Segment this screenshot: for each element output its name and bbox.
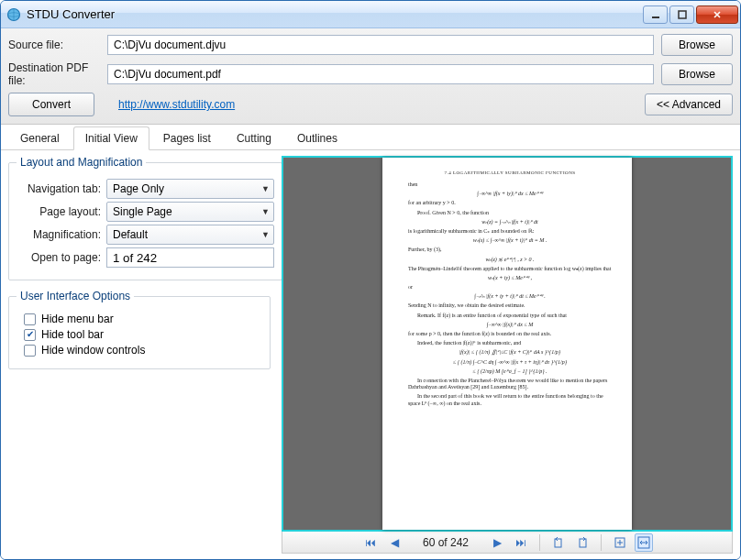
tab-initial-view[interactable]: Initial View: [73, 126, 149, 150]
hide-menu-checkbox[interactable]: [24, 313, 36, 325]
page-text: In the second part of this book we will …: [408, 393, 612, 406]
page-layout-value: Single Page: [113, 205, 172, 218]
last-page-button[interactable]: ⏭: [512, 533, 530, 552]
page-layout-label: Page layout:: [17, 205, 101, 218]
tab-cutting[interactable]: Cutting: [225, 126, 283, 150]
maximize-button[interactable]: [669, 5, 694, 24]
window-title: STDU Converter: [27, 7, 641, 21]
page-text: Indeed, the function |f(z)|ᵖ is subharmo…: [408, 340, 612, 346]
viewer-toolbar: ⏮ ◀ 60 of 242 ▶ ⏭: [282, 532, 733, 554]
svg-rect-4: [555, 539, 561, 547]
page-text: for some p > 0, then the function f(z) i…: [408, 331, 612, 337]
chevron-down-icon: ▼: [261, 184, 270, 193]
chevron-down-icon: ▼: [261, 207, 270, 216]
page-text: The Phragmén–Lindelöf theorem applied to…: [408, 266, 612, 272]
tab-bar: General Initial View Pages list Cutting …: [1, 125, 740, 150]
hide-menu-label: Hide menu bar: [41, 313, 114, 325]
page-layout-select[interactable]: Single Page ▼: [106, 202, 274, 222]
layout-group-legend: Layout and Magnification: [17, 156, 146, 169]
tab-pages-list[interactable]: Pages list: [151, 126, 223, 150]
app-icon: [6, 7, 21, 22]
hide-tool-checkbox[interactable]: [24, 329, 36, 341]
hide-window-checkbox[interactable]: [24, 345, 36, 357]
destination-file-label: Destination PDF file:: [8, 61, 107, 87]
first-page-button[interactable]: ⏮: [361, 533, 380, 552]
page-indicator: 60 of 242: [409, 536, 482, 549]
prev-page-button[interactable]: ◀: [385, 533, 404, 552]
page-text: or: [408, 284, 612, 291]
magnification-select[interactable]: Default ▼: [106, 225, 274, 245]
page-text: Further, by (3),: [408, 247, 612, 253]
page-equation: wₙ(z) ≲ eᵖᵃ|ᶻ| , z > 0 .: [408, 257, 612, 263]
magnification-label: Magnification:: [17, 228, 101, 241]
page-equation: ∫₋ₙ^ₙ |f(x + iy + t)|ᵖ dt ≤ Meᵖᵃʸ .: [408, 293, 612, 300]
settings-panel: Layout and Magnification Navigation tab:…: [1, 150, 278, 559]
toolbar-separator: [539, 534, 540, 551]
page-equation: ≤ { (1/π) ∫₋C^C dη ∫₋∞^∞ |f(x + τ + iη)|…: [408, 359, 612, 366]
page-equation: wₙ(z) = ∫₋ₙ^ₙ |f(x + t)|ᵖ dt: [408, 219, 612, 225]
convert-button[interactable]: Convert: [8, 93, 94, 116]
tab-general[interactable]: General: [8, 126, 72, 150]
source-file-label: Source file:: [8, 38, 107, 51]
navigation-tab-value: Page Only: [113, 182, 164, 195]
magnification-value: Default: [113, 228, 148, 241]
page-text: is logarithmically subharmonic in C₊ and…: [408, 228, 612, 235]
document-page: 7.4 LOGARITHMICALLY SUBHARMONIC FUNCTION…: [382, 158, 632, 530]
destination-file-input[interactable]: [107, 64, 654, 84]
page-header: 7.4 LOGARITHMICALLY SUBHARMONIC FUNCTION…: [408, 170, 612, 176]
page-equation: ≤ { (2/πp) M [eᵖσ_f − 1] }^{1/p} .: [408, 368, 612, 375]
page-text: Sending N to infinity, we obtain the des…: [408, 302, 612, 309]
page-text: Remark. If f(z) is an entire function of…: [408, 313, 612, 319]
hide-window-label: Hide window controls: [41, 344, 145, 357]
page-equation: wₙ(x + iy) ≤ Meᵖᵃʸ ,: [408, 275, 612, 281]
fit-page-button[interactable]: [611, 533, 629, 552]
hide-tool-label: Hide tool bar: [41, 328, 104, 341]
advanced-toggle-button[interactable]: << Advanced: [645, 93, 733, 115]
document-viewer[interactable]: 7.4 LOGARITHMICALLY SUBHARMONIC FUNCTION…: [282, 156, 733, 532]
ui-group-legend: User Interface Options: [17, 290, 134, 302]
page-equation: ∫₋∞^∞ |f(x + iy)|ᵖ dx ≤ Meᵖᵃʸ: [408, 191, 612, 197]
open-to-page-label: Open to page:: [17, 251, 101, 264]
browse-source-button[interactable]: Browse: [661, 34, 733, 56]
svg-rect-2: [652, 16, 659, 18]
minimize-button[interactable]: [643, 5, 668, 24]
next-page-button[interactable]: ▶: [488, 533, 506, 552]
titlebar[interactable]: STDU Converter: [1, 1, 740, 28]
page-equation: ∫₋∞^∞ |f(x)|ᵖ dx ≤ M: [408, 322, 612, 328]
navigation-tab-label: Navigation tab:: [17, 182, 101, 195]
preview-panel: 7.4 LOGARITHMICALLY SUBHARMONIC FUNCTION…: [278, 150, 740, 559]
main-window: STDU Converter Source file: Browse Desti…: [0, 0, 741, 560]
page-text: then: [408, 181, 612, 188]
fit-width-button[interactable]: [635, 533, 653, 552]
layout-magnification-group: Layout and Magnification Navigation tab:…: [8, 156, 282, 280]
file-selection-area: Source file: Browse Destination PDF file…: [1, 28, 740, 125]
source-file-input[interactable]: [107, 35, 654, 55]
svg-rect-3: [679, 11, 686, 18]
page-text: In connection with the Plancherel–Pólya …: [408, 378, 612, 390]
page-text: for an arbitrary y > 0.: [408, 200, 612, 206]
rotate-right-button[interactable]: [573, 533, 592, 552]
browse-destination-button[interactable]: Browse: [661, 63, 733, 85]
rotate-left-button[interactable]: [549, 533, 568, 552]
toolbar-separator: [601, 534, 602, 551]
website-link[interactable]: http://www.stdutility.com: [94, 98, 637, 111]
svg-rect-5: [580, 539, 586, 547]
navigation-tab-select[interactable]: Page Only ▼: [106, 179, 274, 199]
page-equation: wₙ(x) ≤ ∫₋∞^∞ |f(x + t)|ᵖ dt = M .: [408, 237, 612, 244]
close-button[interactable]: [696, 5, 738, 24]
window-controls: [641, 5, 738, 24]
tab-outlines[interactable]: Outlines: [285, 126, 349, 150]
chevron-down-icon: ▼: [261, 230, 270, 239]
page-equation: |f(x)| ≤ { (1/π) ∬|ᶻ|≤C |f(x + C)|ᵖ dA s…: [408, 349, 612, 356]
open-to-page-input[interactable]: [106, 247, 274, 268]
ui-options-group: User Interface Options Hide menu bar Hid…: [8, 290, 271, 369]
page-text: Proof. Given N > 0, the function: [408, 210, 612, 216]
